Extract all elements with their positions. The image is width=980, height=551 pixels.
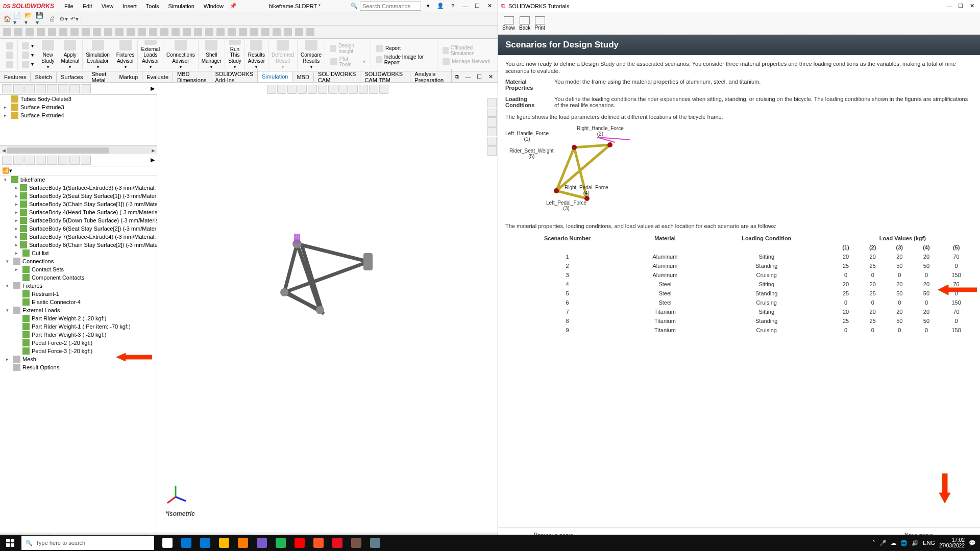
tree-tabbar-1-btn-7[interactable] — [81, 84, 91, 93]
ribbon-compare[interactable]: CompareResults▾ — [298, 40, 325, 70]
tree-item[interactable]: Result Options — [0, 363, 157, 371]
ribbon-small-6[interactable]: ▾ — [20, 60, 36, 68]
tab-surfaces[interactable]: Surfaces — [57, 72, 87, 82]
minimize-button[interactable]: — — [460, 2, 470, 11]
taskbar-app-5[interactable] — [253, 535, 271, 551]
home-icon[interactable]: 🏠 — [2, 14, 12, 24]
vp-side-5[interactable] — [487, 146, 497, 156]
tree-item[interactable]: ▾External Loads — [0, 306, 157, 314]
tree-tabbar-2-btn-4[interactable] — [47, 156, 57, 165]
print-icon[interactable]: 🖨 — [47, 14, 57, 24]
tab-markup[interactable]: Markup — [115, 72, 143, 82]
help-icon[interactable]: ? — [448, 2, 458, 11]
ribbon-small-2[interactable] — [4, 51, 15, 59]
tab-solidworks-cam-tbm[interactable]: SOLIDWORKS CAM TBM — [360, 69, 410, 85]
mdi-maximize-icon[interactable]: ☐ — [474, 72, 484, 82]
tree-tabbar-2-btn-7[interactable] — [81, 156, 91, 165]
tut-close-button[interactable]: ✕ — [967, 2, 977, 11]
vp-side-1[interactable] — [487, 108, 497, 117]
sim-tool-24[interactable] — [272, 27, 282, 37]
ribbon-external-loads[interactable]: External LoadsAdvisor▾ — [138, 40, 163, 70]
menu-view[interactable]: View — [97, 2, 118, 10]
taskbar-app-3[interactable] — [215, 535, 233, 551]
taskbar-app-0[interactable] — [158, 535, 177, 551]
tree-item[interactable]: Part Rider Weight-3 (:-20 kgf:) — [0, 331, 157, 339]
tab-simulation[interactable]: Simulation — [258, 72, 292, 82]
tab-features[interactable]: Features — [0, 72, 31, 82]
tab-mbd[interactable]: MBD — [292, 72, 313, 82]
tree-tabbar-1-overflow[interactable]: ▶ — [151, 85, 155, 92]
nav-back-button[interactable]: Back — [519, 16, 530, 31]
vp-tool-9[interactable] — [359, 85, 368, 94]
tree-tabbar-1-btn-6[interactable] — [69, 84, 80, 93]
vp-tool-1[interactable] — [277, 85, 286, 94]
start-button[interactable] — [0, 535, 20, 551]
vp-tool-10[interactable] — [369, 85, 378, 94]
taskbar-app-4[interactable] — [234, 535, 252, 551]
tree-item[interactable]: ▸Mesh — [0, 355, 157, 363]
pin-icon[interactable]: 📌 — [228, 3, 239, 9]
nav-show-button[interactable]: Show — [502, 16, 515, 31]
vp-tool-0[interactable] — [267, 85, 276, 94]
tree-item[interactable]: Elastic Connector-4 — [0, 298, 157, 306]
tray-lang[interactable]: ENG — [923, 540, 935, 546]
tray-chevron-icon[interactable]: ˄ — [872, 540, 875, 546]
menu-insert[interactable]: Insert — [118, 2, 141, 10]
vp-side-4[interactable] — [487, 137, 497, 146]
tree-tabbar-2-btn-2[interactable] — [24, 156, 35, 165]
taskbar-app-9[interactable] — [328, 535, 347, 551]
tree-tabbar-1-btn-1[interactable] — [13, 84, 23, 93]
ribbon-run-this[interactable]: Run ThisStudy▾ — [225, 40, 245, 70]
tut-minimize-button[interactable]: — — [944, 2, 954, 11]
tree-filter[interactable]: 📶▾ — [0, 166, 157, 176]
tray-mic-icon[interactable]: 🎤 — [879, 540, 887, 546]
tray-notifications-icon[interactable]: 💬 — [969, 540, 976, 546]
taskbar-app-1[interactable] — [177, 535, 195, 551]
sim-tool-9[interactable] — [103, 27, 113, 37]
tab-analysis-preparation[interactable]: Analysis Preparation — [410, 69, 452, 85]
tree-item[interactable]: ▸Contact Sets — [0, 265, 157, 273]
user-icon[interactable]: 👤 — [435, 2, 446, 11]
tree-tabbar-1-btn-0[interactable] — [2, 84, 12, 93]
ribbon-results[interactable]: ResultsAdvisor▾ — [245, 40, 268, 70]
menu-file[interactable]: File — [60, 2, 78, 10]
ribbon-apply[interactable]: ApplyMaterial▾ — [58, 40, 83, 70]
tree-item[interactable]: ▸SurfaceBody 5(Down Tube Surface) (-3 mm… — [0, 216, 157, 224]
sim-tool-8[interactable] — [92, 27, 102, 37]
menu-edit[interactable]: Edit — [79, 2, 96, 10]
sim-tool-25[interactable] — [283, 27, 293, 37]
taskbar-app-10[interactable] — [347, 535, 365, 551]
sim-tool-12[interactable] — [137, 27, 147, 37]
tree-item[interactable]: ▸SurfaceBody 6(Seat Stay Surface[2]) (-3… — [0, 224, 157, 233]
sim-tool-26[interactable] — [294, 27, 304, 37]
sim-tool-5[interactable] — [58, 27, 68, 37]
tree-tabbar-1-btn-2[interactable] — [24, 84, 35, 93]
nav-print-button[interactable]: Print — [534, 16, 545, 31]
sim-tool-14[interactable] — [159, 27, 169, 37]
tree-item[interactable]: ▾Fixtures — [0, 282, 157, 290]
taskbar-app-2[interactable] — [196, 535, 214, 551]
mdi-restore-icon[interactable]: ⧉ — [452, 72, 462, 82]
ribbon-small-1[interactable] — [4, 42, 15, 50]
ribbon-connections[interactable]: ConnectionsAdvisor▾ — [163, 40, 199, 70]
report-button[interactable]: Report — [374, 44, 434, 53]
tree-item[interactable]: ▸SurfaceBody 1(Surface-Extrude3) (-3 mm/… — [0, 184, 157, 192]
tree-item[interactable]: Pedal Force-2 (:-20 kgf:) — [0, 339, 157, 347]
sim-tool-22[interactable] — [249, 27, 259, 37]
tray-network-icon[interactable]: 🌐 — [900, 540, 908, 546]
ribbon-small-4[interactable]: ▾ — [20, 42, 36, 50]
sim-tool-10[interactable] — [114, 27, 125, 37]
tree-item[interactable]: Restraint-1 — [0, 290, 157, 298]
taskbar-search[interactable]: 🔍Type here to search — [21, 536, 154, 550]
graphics-viewport[interactable]: *Isometric — [157, 83, 498, 533]
sim-tool-23[interactable] — [260, 27, 271, 37]
tab-solidworks-cam[interactable]: SOLIDWORKS CAM — [314, 69, 361, 85]
undo-icon[interactable]: ↶▾ — [69, 14, 80, 24]
tree-tabbar-2-overflow[interactable]: ▶ — [151, 157, 155, 163]
taskbar-app-8[interactable] — [309, 535, 328, 551]
tree-tabbar-1-btn-4[interactable] — [47, 84, 57, 93]
maximize-button[interactable]: ☐ — [472, 2, 482, 11]
sim-tool-21[interactable] — [238, 27, 248, 37]
tab-mbd-dimensions[interactable]: MBD Dimensions — [173, 69, 211, 85]
sim-tool-13[interactable] — [148, 27, 158, 37]
